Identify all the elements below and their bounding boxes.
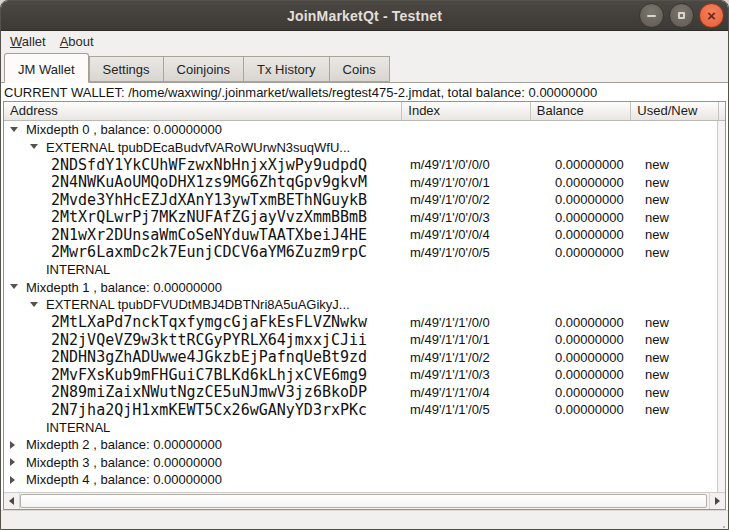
tree-row[interactable]: 2MtXrQLwrPj7MKzNUFAfZGjayVvzXmmBBmBm/49'… [4,209,725,227]
used-new-cell: new [634,332,722,347]
used-new-cell: new [634,367,722,382]
resize-grip-icon[interactable] [723,526,725,528]
used-new-cell: new [634,192,722,207]
collapse-arrow-icon[interactable] [10,284,18,289]
index-cell: m/49'/1'/0'/0/4 [404,227,533,242]
collapse-arrow-icon[interactable] [30,302,38,307]
app-window: JoinMarketQt - Testnet × WalletAbout JM … [0,0,729,530]
tree-row[interactable]: Mixdepth 4 , balance: 0.00000000 [4,471,725,489]
balance-cell: 0.00000000 [533,210,634,225]
scroll-right-button[interactable] [709,493,725,509]
tab-settings[interactable]: Settings [89,56,164,82]
balance-cell: 0.00000000 [533,350,634,365]
index-cell: m/49'/1'/1'/0/2 [404,350,533,365]
address-cell: Mixdepth 2 , balance: 0.00000000 [4,437,404,452]
expand-arrow-icon[interactable] [10,441,15,449]
address-cell: Mixdepth 3 , balance: 0.00000000 [4,455,404,470]
tree-row[interactable]: 2N89miZaixNWutNgzCE5uNJmwV3jz6BkoDPm/49'… [4,384,725,402]
address-cell: 2N4NWKuAoUMQoDHX1zs9MG6ZhtqGpv9gkvM [4,173,404,191]
tab-coinjoins[interactable]: Coinjoins [164,56,244,82]
index-cell: m/49'/1'/1'/0/5 [404,402,533,417]
balance-cell: 0.00000000 [533,157,634,172]
used-new-cell: new [634,350,722,365]
used-new-cell: new [634,245,722,260]
tree-row[interactable]: 2N7jha2QjH1xmKEWT5Cx26wGANyYD3rxPKcm/49'… [4,401,725,419]
used-new-cell: new [634,175,722,190]
titlebar[interactable]: JoinMarketQt - Testnet × [1,1,728,31]
minimize-icon [647,15,656,17]
address-cell: 2NDHN3gZhADUwwe4JGkzbEjPafnqUeBt9zd [4,348,404,366]
tree-row[interactable]: 2NDSfdY1YkCUhWFzwxNbHnjxXjwPy9udpdQm/49'… [4,156,725,174]
minimize-button[interactable] [639,3,664,28]
address-cell: 2N7jha2QjH1xmKEWT5Cx26wGANyYD3rxPKc [4,401,404,419]
address-cell: 2N2jVQeVZ9w3kttRCGyPYRLX64jmxxjCJii [4,331,404,349]
balance-cell: 0.00000000 [533,192,634,207]
horizontal-scrollbar-track[interactable] [20,493,709,509]
used-new-cell: new [634,157,722,172]
horizontal-scrollbar-thumb[interactable] [20,494,707,508]
address-cell: INTERNAL [4,262,404,277]
tree-row[interactable]: Mixdepth 2 , balance: 0.00000000 [4,436,725,454]
tree-row[interactable]: 2N1wXr2DUnsaWmCoSeNYduwTAATXbeiJ4HEm/49'… [4,226,725,244]
tree-row[interactable]: 2N2jVQeVZ9w3kttRCGyPYRLX64jmxxjCJiim/49'… [4,331,725,349]
tree-row[interactable]: INTERNAL [4,261,725,279]
menu-wallet[interactable]: Wallet [3,32,53,51]
wallet-tree: AddressIndexBalanceUsed/New Mixdepth 0 ,… [3,101,726,510]
balance-cell: 0.00000000 [533,332,634,347]
column-header-index[interactable]: Index [402,102,530,120]
address-cell: Mixdepth 1 , balance: 0.00000000 [4,280,404,295]
tree-row[interactable]: 2N4NWKuAoUMQoDHX1zs9MG6ZhtqGpv9gkvMm/49'… [4,174,725,192]
collapse-arrow-icon[interactable] [10,127,18,132]
tab-tx-history[interactable]: Tx History [244,56,330,82]
tree-row[interactable]: EXTERNAL tpubDFVUDtMBJ4DBTNri8A5uAGikyJ.… [4,296,725,314]
column-header-used-new[interactable]: Used/New [631,102,719,120]
tab-bar: JM WalletSettingsCoinjoinsTx HistoryCoin… [1,52,728,83]
collapse-arrow-icon[interactable] [30,144,38,149]
address-cell: Mixdepth 4 , balance: 0.00000000 [4,472,404,487]
vertical-scrollbar-track[interactable] [717,121,725,492]
index-cell: m/49'/1'/0'/0/0 [404,157,533,172]
tree-row[interactable]: 2Mwr6LaxmDc2k7EunjCDCV6aYM6Zuzm9rpCm/49'… [4,244,725,262]
window-title: JoinMarketQt - Testnet [287,8,442,24]
tree-row[interactable]: EXTERNAL tpubDEcaBudvfVARoWUrwN3suqWfU..… [4,139,725,157]
expand-arrow-icon[interactable] [10,476,15,484]
maximize-button[interactable] [669,3,694,28]
tree-row[interactable]: Mixdepth 3 , balance: 0.00000000 [4,454,725,472]
column-header-address[interactable]: Address [4,102,402,120]
scroll-left-button[interactable] [4,493,20,509]
tree-row[interactable]: 2MvFXsKub9mFHGuiC7BLKd6kLhjxCVE6mg9m/49'… [4,366,725,384]
index-cell: m/49'/1'/0'/0/3 [404,210,533,225]
tree-row[interactable]: 2MtLXaPd7nckTqxfymgcGjaFkEsFLVZNwkwm/49'… [4,314,725,332]
close-button[interactable]: × [699,3,724,28]
menu-about[interactable]: About [53,32,101,51]
tree-row[interactable]: Mixdepth 0 , balance: 0.00000000 [4,121,725,139]
balance-cell: 0.00000000 [533,175,634,190]
index-cell: m/49'/1'/1'/0/3 [404,367,533,382]
expand-arrow-icon[interactable] [10,458,15,466]
current-wallet-banner: CURRENT WALLET: /home/waxwing/.joinmarke… [1,83,728,101]
scroll-left-icon [9,497,14,505]
tab-coins[interactable]: Coins [330,56,390,82]
status-bar [1,510,728,530]
tree-body[interactable]: Mixdepth 0 , balance: 0.00000000EXTERNAL… [4,121,725,492]
tree-row[interactable]: Mixdepth 1 , balance: 0.00000000 [4,279,725,297]
horizontal-scrollbar[interactable] [4,492,725,509]
used-new-cell: new [634,385,722,400]
balance-cell: 0.00000000 [533,315,634,330]
column-header-balance[interactable]: Balance [531,102,632,120]
tree-row[interactable]: INTERNAL [4,419,725,437]
used-new-cell: new [634,210,722,225]
tree-row[interactable]: 2NDHN3gZhADUwwe4JGkzbEjPafnqUeBt9zdm/49'… [4,349,725,367]
index-cell: m/49'/1'/1'/0/0 [404,315,533,330]
address-cell: EXTERNAL tpubDEcaBudvfVARoWUrwN3suqWfU..… [4,140,404,155]
address-cell: EXTERNAL tpubDFVUDtMBJ4DBTNri8A5uAGikyJ.… [4,297,404,312]
scroll-right-icon [715,497,720,505]
balance-cell: 0.00000000 [533,367,634,382]
balance-cell: 0.00000000 [533,385,634,400]
used-new-cell: new [634,402,722,417]
address-cell: 2Mwr6LaxmDc2k7EunjCDCV6aYM6Zuzm9rpC [4,243,404,261]
tree-row[interactable]: 2Mvde3YhHcEZJdXAnY13ywTxmBEThNGuykBm/49'… [4,191,725,209]
used-new-cell: new [634,227,722,242]
address-cell: 2MtLXaPd7nckTqxfymgcGjaFkEsFLVZNwkw [4,313,404,331]
tab-jm-wallet[interactable]: JM Wallet [4,53,89,83]
